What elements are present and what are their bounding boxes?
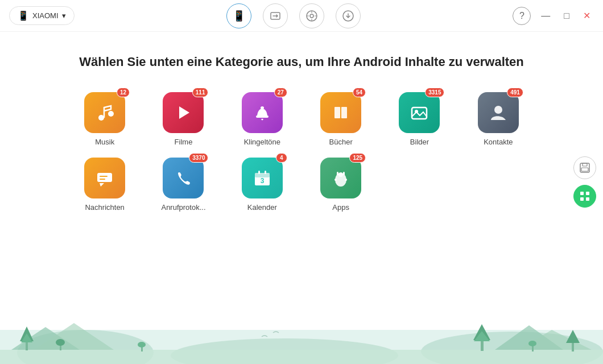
icon-wrapper-buecher: 54 [320, 92, 361, 133]
svg-rect-16 [100, 179, 105, 180]
icon-box-buecher [320, 92, 361, 133]
svg-point-23 [338, 172, 343, 177]
category-item-apps[interactable]: 125Apps [304, 158, 377, 212]
icon-box-anruf [163, 158, 204, 198]
badge-kontakte: 491 [507, 88, 523, 97]
icon-box-filme [163, 92, 204, 133]
icon-wrapper-bilder: 3315 [399, 92, 440, 133]
icon-box-nachrichten [84, 158, 125, 198]
svg-rect-56 [532, 346, 534, 351]
side-panel [573, 156, 596, 208]
icon-box-kontakte [478, 92, 519, 133]
icon-box-klingeltoene [242, 92, 283, 133]
category-item-kalender[interactable]: 34Kalender [226, 158, 299, 212]
svg-rect-25 [343, 172, 345, 175]
svg-rect-32 [586, 192, 589, 195]
svg-rect-10 [341, 107, 347, 118]
icon-wrapper-filme: 111 [163, 92, 204, 133]
nav-bar: 📱 [226, 3, 361, 28]
titlebar: 📱 XIAOMI ▾ 📱 ? — □ ✕ [0, 0, 603, 32]
svg-rect-9 [334, 107, 340, 118]
svg-point-48 [56, 339, 65, 346]
device-icon: 📱 [18, 10, 29, 21]
category-label-musik: Musik [95, 138, 114, 146]
svg-point-5 [108, 111, 114, 117]
landscape-decoration [0, 301, 603, 364]
badge-klingeltoene: 27 [274, 88, 287, 97]
svg-point-2 [310, 14, 313, 18]
badge-bilder: 3315 [425, 88, 444, 97]
svg-rect-30 [581, 168, 588, 171]
icon-wrapper-anruf: 3370 [163, 158, 204, 198]
icon-box-apps [320, 158, 361, 198]
svg-point-4 [98, 115, 104, 121]
category-label-anruf: Anrufprotok... [161, 203, 205, 212]
category-label-filme: Filme [175, 138, 193, 146]
svg-rect-49 [141, 347, 143, 351]
icon-wrapper-klingeltoene: 27 [242, 92, 283, 133]
icon-box-musik [84, 92, 125, 133]
nav-music-btn[interactable] [299, 3, 324, 28]
category-label-kontakte: Kontakte [484, 138, 513, 146]
svg-rect-31 [580, 192, 584, 195]
badge-filme: 111 [192, 88, 209, 97]
category-item-kontakte[interactable]: 491Kontakte [462, 92, 535, 146]
icon-wrapper-apps: 125 [320, 158, 361, 198]
svg-rect-14 [97, 173, 112, 182]
device-selector[interactable]: 📱 XIAOMI ▾ [9, 6, 75, 25]
nav-phone-btn[interactable]: 📱 [226, 3, 251, 28]
category-item-buecher[interactable]: 54Bücher [304, 92, 377, 146]
badge-apps: 125 [349, 153, 366, 163]
category-label-klingeltoene: Klingeltöne [244, 138, 280, 146]
category-label-bilder: Bilder [410, 138, 429, 146]
svg-point-57 [528, 341, 536, 346]
category-grid: 12Musik111Filme27Klingeltöne54Bücher3315… [68, 92, 535, 212]
icon-wrapper-nachrichten [84, 158, 125, 198]
svg-rect-15 [100, 176, 108, 177]
device-label: XIAOMI [32, 11, 59, 20]
category-item-bilder[interactable]: 3315Bilder [383, 92, 456, 146]
svg-rect-19 [258, 171, 260, 174]
chevron-down-icon: ▾ [62, 11, 66, 20]
badge-musik: 12 [117, 88, 130, 97]
page-headline: Wählen Sie unten eine Kategorie aus, um … [34, 55, 569, 69]
main-content: Wählen Sie unten eine Kategorie aus, um … [0, 32, 603, 212]
svg-rect-24 [337, 172, 338, 175]
icon-box-kalender: 3 [242, 158, 283, 198]
apps-grid-button[interactable] [573, 185, 596, 208]
nav-download-btn[interactable] [336, 3, 361, 28]
icon-box-bilder [399, 92, 440, 133]
svg-point-26 [334, 179, 337, 181]
maximize-button[interactable]: □ [560, 9, 573, 23]
nav-transfer-btn[interactable] [263, 3, 288, 28]
svg-rect-7 [256, 115, 269, 118]
svg-rect-33 [580, 197, 584, 201]
badge-kalender: 4 [276, 153, 287, 163]
category-item-nachrichten[interactable]: Nachrichten [68, 158, 141, 212]
svg-rect-20 [265, 171, 266, 174]
category-item-anruf[interactable]: 3370Anrufprotok... [147, 158, 220, 212]
category-item-filme[interactable]: 111Filme [147, 92, 220, 146]
icon-wrapper-musik: 12 [84, 92, 125, 133]
window-controls: ? — □ ✕ [513, 7, 594, 25]
badge-buecher: 54 [353, 88, 366, 97]
svg-marker-6 [179, 106, 189, 119]
category-label-kalender: Kalender [247, 203, 277, 212]
category-label-apps: Apps [332, 203, 349, 212]
svg-rect-43 [0, 350, 603, 364]
svg-point-27 [345, 179, 347, 181]
save-side-button[interactable] [573, 156, 596, 179]
category-label-nachrichten: Nachrichten [85, 203, 124, 212]
help-button[interactable]: ? [513, 7, 531, 25]
icon-wrapper-kalender: 34 [242, 158, 283, 198]
svg-rect-34 [586, 197, 589, 201]
category-item-musik[interactable]: 12Musik [68, 92, 141, 146]
svg-point-13 [494, 106, 502, 114]
close-button[interactable]: ✕ [580, 8, 594, 23]
category-item-klingeltoene[interactable]: 27Klingeltöne [226, 92, 299, 146]
category-label-buecher: Bücher [329, 138, 353, 146]
svg-rect-8 [261, 106, 264, 109]
badge-anruf: 3370 [189, 153, 208, 163]
svg-point-50 [138, 342, 146, 348]
minimize-button[interactable]: — [538, 9, 554, 23]
